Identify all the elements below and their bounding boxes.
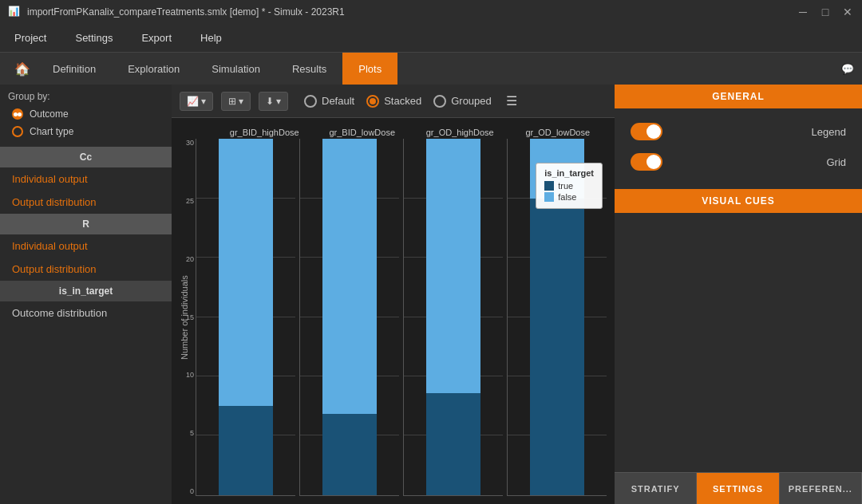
sidebar-item-outcome-dist[interactable]: Outcome distribution [0,301,172,325]
radio-outcome-circle [12,108,23,120]
charts-row: Number of individuals [180,139,607,496]
line-chart-icon: 📈 [187,96,199,107]
radio-charttype[interactable]: Chart type [0,123,172,140]
chart-2 [299,139,399,496]
legend-toggle[interactable] [631,123,662,140]
radio-charttype-label: Chart type [30,126,73,137]
radio-stacked-circle [366,95,379,108]
tooltip-row-true: true [544,181,594,191]
bar-wrapper-1 [219,139,273,495]
hamburger-button[interactable]: ☰ [500,90,524,112]
tab-stratify[interactable]: STRATIFY [615,473,697,504]
bar-false-2 [322,139,377,292]
navtabs: 🏠 Definition Exploration Simulation Resu… [0,53,862,85]
radio-grouped[interactable]: Grouped [433,95,492,108]
menu-help[interactable]: Help [194,29,228,47]
minimize-button[interactable]: ─ [797,6,809,18]
bar-true-3 [426,393,480,495]
bar-area-2 [299,139,399,496]
tab-preferences[interactable]: PREFEREN... [780,473,862,504]
tab-settings[interactable]: SETTINGS [697,473,779,504]
app-icon: 📊 [8,6,21,18]
menu-project[interactable]: Project [8,29,53,47]
sidebar-header-istarget: is_in_target [0,281,172,301]
grid-layout-button[interactable]: ⊞ ▾ [221,92,251,111]
menu-export[interactable]: Export [135,29,178,47]
radio-grouped-label: Grouped [451,95,492,107]
display-mode-group: Default Stacked Grouped [304,95,492,108]
radio-outcome-label: Outcome [30,108,69,120]
content-area: 📈 ▾ ⊞ ▾ ⬇ ▾ Default Stac [172,85,615,504]
grid-toggle-knob [646,155,661,169]
bar-area-1: 0 5 10 15 20 25 30 [196,139,295,496]
general-header: GENERAL [615,85,862,108]
legend-toggle-knob [646,124,661,139]
menu-settings[interactable]: Settings [69,29,119,47]
grid-icon: ⊞ [228,96,236,107]
bar-area-3 [403,139,503,496]
chat-icon[interactable]: 💬 [841,63,854,75]
radio-default-label: Default [322,95,354,107]
tab-definition[interactable]: Definition [37,53,112,85]
chart-title-1: gr_BID_highDose [216,126,314,139]
radio-default[interactable]: Default [304,95,354,108]
sidebar-header-cc: Cc [0,147,172,167]
home-button[interactable]: 🏠 [8,53,37,85]
chart-type-button[interactable]: 📈 ▾ [180,92,213,111]
visual-cues-content [615,213,862,472]
radio-outcome[interactable]: Outcome [0,105,172,123]
chevron-down-icon2: ▾ [239,96,243,107]
radio-charttype-circle [12,126,23,137]
download-icon: ⬇ [266,96,274,107]
charts-inner: 0 5 10 15 20 25 30 [196,139,607,496]
maximize-button[interactable]: □ [819,6,832,18]
sidebar-item-cc-distribution[interactable]: Output distribution [0,191,172,214]
swatch-false [544,192,554,202]
close-button[interactable]: ✕ [841,6,854,18]
right-panel: GENERAL Legend Grid VISUAL CUES STRATIFY… [615,85,862,504]
radio-stacked-label: Stacked [384,95,421,107]
bar-1 [219,139,273,495]
y-ticks: 0 5 10 15 20 25 30 [174,139,194,495]
chart-title-2: gr_BID_lowDose [314,126,412,139]
tooltip-row-false: false [544,192,594,202]
tab-simulation[interactable]: Simulation [196,53,276,85]
swatch-true [544,181,554,191]
radio-stacked-fill [370,98,376,104]
bar-area-4: is_in_target true false [507,139,607,496]
bar-wrapper-2 [322,139,377,495]
sidebar-item-cc-individual[interactable]: Individual output [0,167,172,191]
legend-tooltip: is_in_target true false [536,163,603,209]
radio-grouped-circle [433,95,446,108]
general-section: Legend Grid [615,108,862,185]
chevron-down-icon3: ▾ [276,96,281,107]
tab-results[interactable]: Results [276,53,342,85]
tab-exploration[interactable]: Exploration [112,53,196,85]
grid-row: Grid [627,147,850,177]
sidebar-item-r-distribution[interactable]: Output distribution [0,258,172,281]
legend-label: Legend [812,126,846,138]
chart-toolbar: 📈 ▾ ⊞ ▾ ⬇ ▾ Default Stac [172,85,615,118]
tooltip-title: is_in_target [544,168,594,178]
bar-true-4 [530,199,584,496]
bar-true-1 [219,406,273,495]
sidebar-header-r: R [0,214,172,234]
menubar: Project Settings Export Help [0,24,862,53]
titlebar: 📊 importFromPKanalix_compareTreatments.s… [0,0,862,24]
bar-2 [322,139,377,495]
bar-false-1 [219,139,273,406]
chart-4: is_in_target true false [507,139,607,496]
tooltip-label-true: true [558,181,573,191]
radio-stacked[interactable]: Stacked [366,95,421,108]
visual-cues-header: VISUAL CUES [615,189,862,213]
sidebar-item-r-individual[interactable]: Individual output [0,234,172,258]
radio-default-circle [304,95,317,108]
grid-toggle[interactable] [631,153,662,171]
window-controls: ─ □ ✕ [797,6,854,18]
chart-title-4: gr_OD_lowDose [509,126,607,139]
tab-plots[interactable]: Plots [342,53,397,85]
group-by-label: Group by: [0,85,172,105]
sidebar: Group by: Outcome Chart type Cc Individu… [0,85,172,504]
download-button[interactable]: ⬇ ▾ [259,92,288,111]
bar-3 [426,139,480,495]
